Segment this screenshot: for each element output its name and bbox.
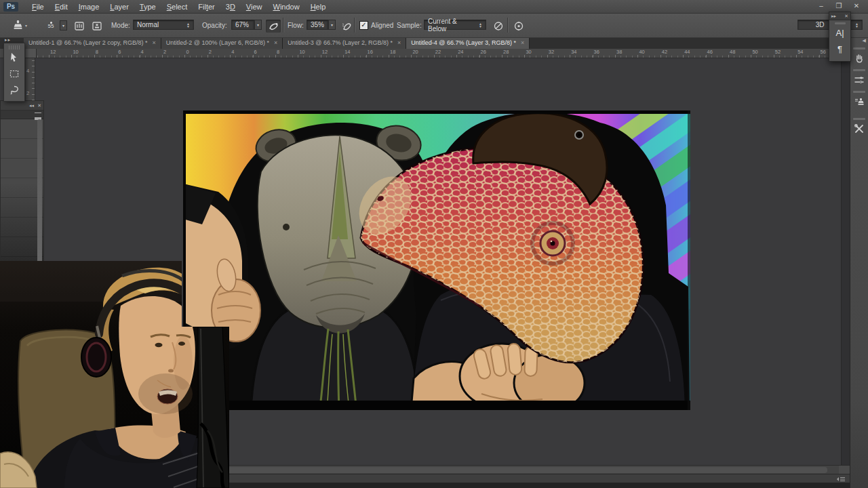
tab-title: Untitled-1 @ 66.7% (Layer 2 copy, RGB/8)… [28,39,148,46]
menu-edit[interactable]: Edit [50,1,73,13]
minimize-button[interactable]: – [812,0,830,12]
hand-icon [852,52,866,65]
rectangular-marquee-tool[interactable] [5,66,23,82]
opacity-dropdown-arrow[interactable]: ▾ [254,20,262,30]
panel-label [853,47,865,49]
tab-title: Untitled-3 @ 66.7% (Layer 2, RGB/8) * [288,39,393,46]
status-menu-icon[interactable] [836,476,846,482]
menu-layer[interactable]: Layer [104,1,134,13]
artwork-frame-bottom [183,401,690,410]
document-tab-3[interactable]: Untitled-3 @ 66.7% (Layer 2, RGB/8) *× [283,37,406,49]
menu-type[interactable]: Type [134,1,161,13]
tab-title: Untitled-4 @ 66.7% (Layer 3, RGB/8) * [411,39,516,46]
mode-select[interactable]: Normal ▲▼ [133,20,194,30]
menu-bar: FileEditImageLayerTypeSelectFilter3DView… [26,1,331,13]
vertical-ruler: 42 [26,58,35,100]
panel-collapse-icon[interactable]: ◂◂ [29,103,34,108]
window-controls: – ❐ ✕ [812,0,865,12]
tool-presets-panel-button[interactable] [850,118,868,136]
tool-options-bar: ▾ 55 ▾ Mode: Normal ▲▼ Opacity: 67% ▾ Fl… [0,13,868,38]
flow-input[interactable]: 35% [307,20,328,30]
airbrush-icon[interactable] [339,20,354,33]
vertical-scrollbar[interactable] [841,58,850,465]
menu-3d[interactable]: 3D [220,1,241,13]
menu-view[interactable]: View [241,1,268,13]
pressure-size-icon[interactable] [511,20,526,33]
panel-label [835,22,846,24]
menu-file[interactable]: File [26,1,50,13]
menu-window[interactable]: Window [268,1,305,13]
character-panel-header: ▸▸ ✕ [829,12,850,20]
move-tool[interactable] [5,49,23,66]
panel-close-icon[interactable]: ✕ [37,103,41,108]
panel-label [853,69,865,71]
aligned-checkbox[interactable]: ✓ Aligned [359,20,393,31]
checkbox-check-icon: ✓ [359,21,368,30]
character-paragraph-panel: ▸▸ ✕ A| ¶ [829,12,851,62]
left-panel-header: ◂◂ ✕ [1,101,43,110]
panel-label [853,118,865,120]
document-tab-1[interactable]: Untitled-1 @ 66.7% (Layer 2 copy, RGB/8)… [24,37,161,49]
opacity-input[interactable]: 67% [231,20,254,30]
tab-close-icon[interactable]: × [521,39,524,46]
artwork-frame-top [183,110,690,114]
clone-source-panel-button[interactable] [850,91,868,108]
ignore-adjustment-layers-icon[interactable] [491,20,506,33]
toggle-brush-panel-button[interactable] [72,20,87,33]
right-panel-dock: ◀ [850,37,868,488]
adjustments-panel-button[interactable] [850,47,868,65]
opacity-label: Opacity: [202,20,227,31]
sample-select[interactable]: Current & Below ▲▼ [424,20,486,30]
brush-dropdown-arrow[interactable]: ▾ [60,20,67,30]
close-button[interactable]: ✕ [848,0,865,12]
document-tab-bar: Untitled-1 @ 66.7% (Layer 2 copy, RGB/8)… [0,37,850,49]
maximize-button[interactable]: ❐ [830,0,848,12]
character-panel-icon[interactable]: A| [829,25,850,41]
panel-close-icon[interactable]: ✕ [844,14,848,19]
left-eye [155,343,163,347]
clone-source-icon [852,95,866,108]
scrollbar-corner [839,465,850,474]
panel-menu-icon[interactable] [35,113,41,117]
sample-label: Sample: [397,20,422,31]
menu-help[interactable]: Help [305,1,332,13]
paragraph-panel-icon[interactable]: ¶ [829,41,850,58]
menu-image[interactable]: Image [73,1,105,13]
flow-label: Flow: [288,20,304,31]
lasso-tool[interactable] [5,82,23,98]
tools-panel-collapse-icon[interactable]: ▸▸ [5,37,11,43]
left-panel-subheader [1,110,43,119]
wrench-screwdriver-icon [852,122,866,136]
tools-panel [3,43,25,102]
menu-select[interactable]: Select [161,1,193,13]
tool-preset-picker[interactable]: ▾ [12,20,27,31]
title-bar: Ps FileEditImageLayerTypeSelectFilter3DV… [0,0,868,14]
fork-spoon-icon [852,73,866,87]
styles-panel-button[interactable] [850,69,868,87]
brush-size-picker[interactable]: 55 ▾ [42,20,67,31]
right-eye [178,342,185,346]
toggle-clone-source-panel-button[interactable] [90,20,104,33]
flow-dropdown-arrow[interactable]: ▾ [328,20,336,30]
photoshop-window: Ps FileEditImageLayerTypeSelectFilter3DV… [0,0,868,488]
document-tab-2[interactable]: Untitled-2 @ 100% (Layer 6, RGB/8) *× [161,37,283,49]
clone-stamp-icon [12,20,24,31]
mode-label: Mode: [111,20,130,31]
menu-filter[interactable]: Filter [193,1,220,13]
canvas-artwork[interactable] [183,110,690,410]
tab-close-icon[interactable]: × [274,39,277,46]
document-tab-4[interactable]: Untitled-4 @ 66.7% (Layer 3, RGB/8) *× [406,37,530,49]
tab-close-icon[interactable]: × [153,39,156,46]
horizontal-ruler: 1210864202468101214161820222426283032343… [0,49,850,58]
panel-collapse-icon[interactable]: ▸▸ [831,14,836,19]
panel-label [853,91,865,93]
tab-close-icon[interactable]: × [397,39,401,46]
photoshop-logo: Ps [3,2,18,12]
pressure-opacity-icon[interactable] [266,20,281,33]
ruler-origin-corner [26,49,37,58]
tab-title: Untitled-2 @ 100% (Layer 6, RGB/8) * [166,39,269,46]
